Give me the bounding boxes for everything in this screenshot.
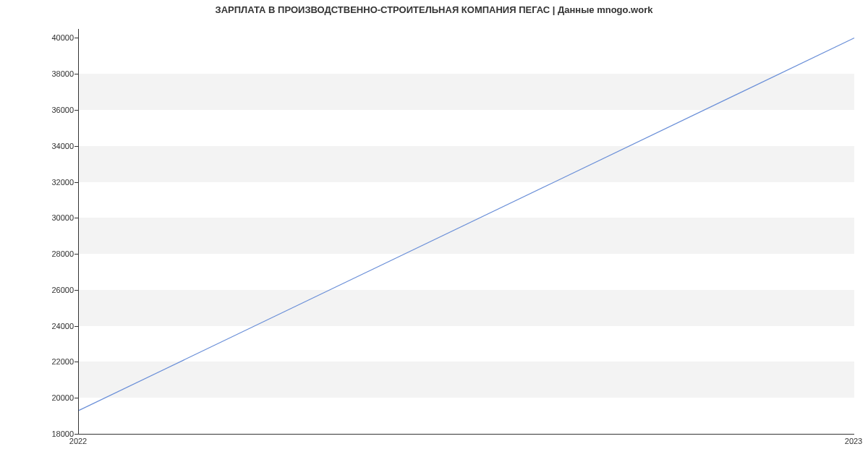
y-tick-mark [75, 326, 78, 327]
y-tick-mark [75, 218, 78, 218]
y-tick-label: 32000 [9, 178, 74, 187]
y-tick-mark [75, 74, 78, 74]
y-tick-mark [75, 110, 78, 111]
y-tick-mark [75, 254, 78, 255]
y-tick-mark [75, 362, 78, 362]
x-tick-label: 2023 [845, 437, 862, 445]
y-tick-label: 34000 [9, 142, 74, 150]
y-tick-mark [75, 290, 78, 291]
x-tick-label: 2022 [69, 437, 87, 445]
data-line [79, 29, 854, 434]
y-tick-label: 38000 [9, 69, 74, 78]
y-tick-label: 22000 [9, 357, 74, 366]
y-tick-label: 28000 [9, 249, 74, 258]
line-chart: ЗАРПЛАТА В ПРОИЗВОДСТВЕННО-СТРОИТЕЛЬНАЯ … [0, 0, 868, 470]
y-tick-mark [75, 398, 78, 398]
y-tick-label: 20000 [9, 393, 74, 402]
y-tick-mark [75, 38, 78, 38]
y-tick-label: 26000 [9, 286, 74, 294]
plot-area [78, 29, 854, 435]
y-tick-mark [75, 182, 78, 183]
y-tick-mark [75, 434, 78, 435]
y-tick-label: 40000 [9, 33, 74, 42]
y-tick-label: 18000 [9, 430, 74, 438]
y-tick-mark [75, 146, 78, 147]
y-tick-label: 30000 [9, 213, 74, 222]
y-tick-label: 36000 [9, 106, 74, 114]
y-tick-label: 24000 [9, 322, 74, 330]
chart-title: ЗАРПЛАТА В ПРОИЗВОДСТВЕННО-СТРОИТЕЛЬНАЯ … [0, 4, 868, 15]
